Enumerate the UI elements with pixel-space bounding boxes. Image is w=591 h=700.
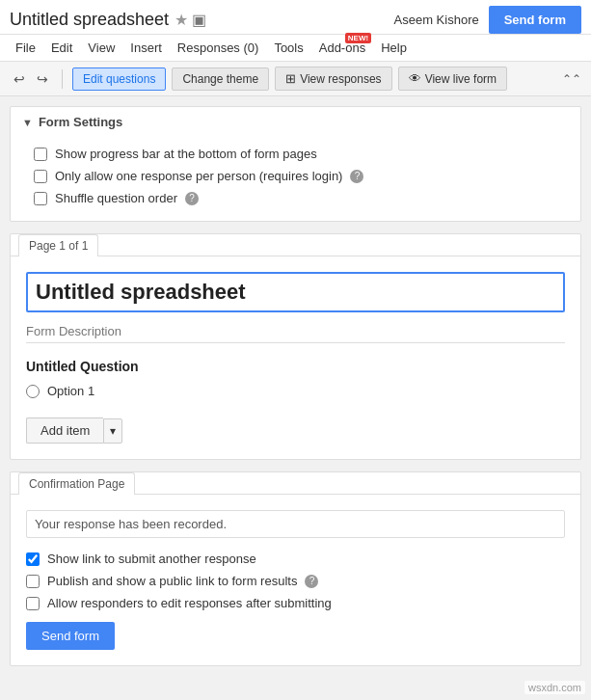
confirmation-content: Show link to submit another response Pub… [11,494,580,665]
menu-tools[interactable]: Tools [268,39,309,57]
settings-checkbox-row-1: Show progress bar at the bottom of form … [34,143,557,165]
shuffle-questions-checkbox[interactable] [34,192,47,205]
shuffle-questions-label: Shuffle question order [55,191,177,205]
one-response-label: Only allow one response per person (requ… [55,169,342,183]
title-right: Aseem Kishore Send form [394,6,581,34]
change-theme-button[interactable]: Change theme [172,67,269,91]
view-responses-icon: ⊞ [285,71,296,86]
shuffle-help-icon[interactable]: ? [185,192,199,205]
confirmation-checkbox-row-3: Allow responders to edit responses after… [26,592,565,614]
form-settings-label: Form Settings [39,115,122,129]
view-live-form-button[interactable]: 👁 View live form [398,67,507,91]
spreadsheet-title: Untitled spreadsheet [10,10,169,30]
page-content: Untitled Question Option 1 Add item ▾ [11,256,580,459]
option-1-radio[interactable] [26,385,40,398]
menu-file[interactable]: File [10,39,41,57]
page-tab[interactable]: Page 1 of 1 [18,234,98,256]
star-icon[interactable]: ★ [175,11,188,29]
publish-link-help-icon[interactable]: ? [305,575,318,588]
view-live-form-label: View live form [425,72,497,86]
folder-icon[interactable]: ▣ [192,11,206,29]
menu-view[interactable]: View [82,39,121,57]
undo-button[interactable]: ↩ [10,69,29,89]
allow-edit-label: Allow responders to edit responses after… [47,596,332,610]
publish-link-label: Publish and show a public link to form r… [47,574,297,588]
eye-icon: 👁 [409,71,421,86]
toolbar-separator [62,69,63,89]
add-item-row: Add item ▾ [26,417,565,444]
confirmation-checkbox-row-1: Show link to submit another response [26,548,565,570]
show-link-label: Show link to submit another response [47,552,256,566]
form-title-input[interactable] [26,272,565,312]
menu-edit[interactable]: Edit [45,39,78,57]
form-settings-panel: ▼ Form Settings Show progress bar at the… [10,106,581,222]
option-1-label: Option 1 [47,384,94,398]
settings-checkbox-row-3: Shuffle question order ? [34,187,557,209]
edit-questions-button[interactable]: Edit questions [72,67,166,91]
title-icons: ★ ▣ [175,11,206,29]
collapse-icon[interactable]: ⌃⌃ [562,72,581,86]
form-settings-header[interactable]: ▼ Form Settings [11,107,580,137]
undo-redo-group: ↩ ↪ [10,69,52,89]
form-settings-body: Show progress bar at the bottom of form … [11,137,580,221]
main-content: ▼ Form Settings Show progress bar at the… [0,96,591,687]
one-response-help-icon[interactable]: ? [350,170,363,183]
confirmation-checkbox-row-2: Publish and show a public link to form r… [26,570,565,592]
view-responses-label: View responses [300,72,382,86]
watermark: wsxdn.com [524,681,585,694]
progress-bar-label: Show progress bar at the bottom of form … [55,147,317,161]
view-responses-button[interactable]: ⊞ View responses [275,67,392,91]
confirmation-panel: Confirmation Page Show link to submit an… [10,471,581,666]
redo-button[interactable]: ↪ [33,69,52,89]
settings-checkbox-row-2: Only allow one response per person (requ… [34,165,557,187]
menu-bar: File Edit View Insert Responses (0) Tool… [0,35,591,62]
allow-edit-checkbox[interactable] [26,597,40,610]
menu-responses[interactable]: Responses (0) [172,39,265,57]
menu-help[interactable]: Help [375,39,413,57]
menu-addons[interactable]: Add-onsNEW! [313,39,371,57]
settings-arrow-icon: ▼ [22,117,33,128]
toolbar: ↩ ↪ Edit questions Change theme ⊞ View r… [0,62,591,96]
publish-link-checkbox[interactable] [26,575,40,588]
radio-option-1: Option 1 [26,382,565,400]
confirmation-response-input[interactable] [26,510,565,538]
progress-bar-checkbox[interactable] [34,148,47,161]
one-response-checkbox[interactable] [34,170,47,183]
send-form-button-bottom[interactable]: Send form [26,622,115,650]
title-left: Untitled spreadsheet ★ ▣ [10,10,206,30]
send-form-button-top[interactable]: Send form [489,6,581,34]
form-description-input[interactable] [26,320,565,343]
question-label: Untitled Question [26,359,565,374]
add-item-dropdown-button[interactable]: ▾ [103,418,122,444]
title-bar: Untitled spreadsheet ★ ▣ Aseem Kishore S… [0,0,591,35]
new-badge: NEW! [345,33,371,43]
confirmation-tab[interactable]: Confirmation Page [18,472,135,495]
add-item-button[interactable]: Add item [26,417,103,444]
user-name: Aseem Kishore [394,13,479,27]
show-link-checkbox[interactable] [26,552,40,566]
menu-insert[interactable]: Insert [124,39,168,57]
page-panel: Page 1 of 1 Untitled Question Option 1 A… [10,233,581,460]
